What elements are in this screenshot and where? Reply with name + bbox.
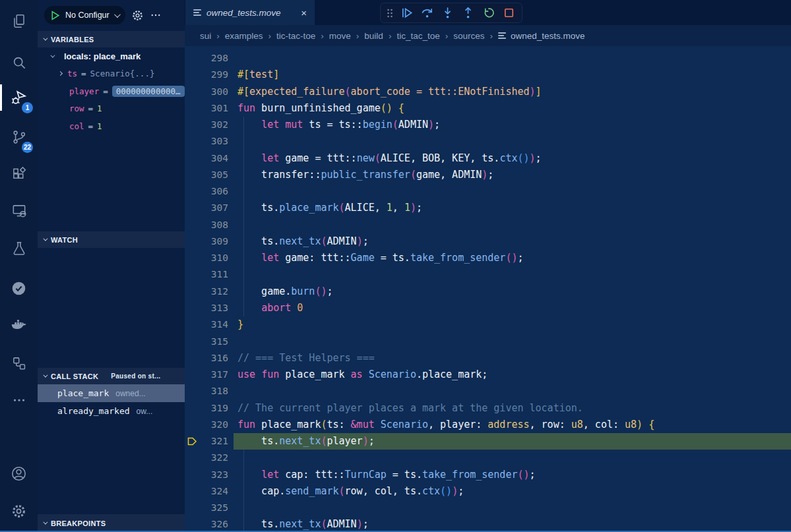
code-row-319[interactable]: 319// The current player places a mark a…: [185, 400, 791, 417]
call-stack-section-header[interactable]: CALL STACK Paused on st...: [38, 368, 185, 384]
stop-button[interactable]: [499, 3, 519, 22]
breadcrumb-item[interactable]: sui: [200, 31, 211, 41]
line-number[interactable]: 310: [185, 250, 234, 266]
line-number[interactable]: 299: [185, 67, 234, 83]
code-row-310[interactable]: 310 let game: ttt::Game = ts.take_from_s…: [185, 250, 791, 266]
variables-section-header[interactable]: VARIABLES: [38, 31, 185, 47]
breadcrumb-item[interactable]: build: [364, 31, 383, 41]
docker-icon[interactable]: [0, 308, 38, 341]
remote-explorer-icon[interactable]: [0, 194, 38, 227]
more-views-icon[interactable]: [0, 384, 38, 417]
line-number[interactable]: 309: [185, 233, 234, 250]
code-row-312[interactable]: 312 game.burn();: [185, 283, 791, 300]
line-number[interactable]: 302: [185, 117, 234, 133]
code-row-316[interactable]: 316// === Test Helpers ===: [185, 350, 791, 367]
watch-section-header[interactable]: WATCH: [38, 231, 185, 248]
line-number[interactable]: 316: [185, 350, 234, 367]
breadcrumb-item[interactable]: tic-tac-toe: [276, 31, 315, 41]
code-editor[interactable]: 298299#[test]300#[expected_failure(abort…: [185, 46, 791, 532]
line-number[interactable]: 305: [185, 167, 234, 183]
variables-scope-row[interactable]: locals: place_mark: [38, 47, 185, 65]
line-number[interactable]: 314: [185, 316, 234, 333]
code-row-304[interactable]: 304 let game = ttt::new(ALICE, BOB, KEY,…: [185, 150, 791, 167]
variable-row-ts[interactable]: ts=Scenario{...}: [38, 65, 185, 83]
code-row-302[interactable]: 302 let mut ts = ts::begin(ADMIN);: [185, 117, 791, 133]
explorer-icon[interactable]: [0, 5, 38, 38]
close-icon[interactable]: ×: [301, 8, 307, 18]
code-row-307[interactable]: 307 ts.place_mark(ALICE, 1, 1);: [185, 200, 791, 216]
line-number[interactable]: 301: [185, 100, 234, 117]
line-number[interactable]: 307: [185, 200, 234, 216]
code-row-321[interactable]: 321 ts.next_tx(player);: [185, 433, 791, 450]
variable-row-player[interactable]: player=000000000000…: [38, 82, 185, 100]
code-row-303[interactable]: 303: [185, 133, 791, 150]
search-icon[interactable]: [0, 46, 38, 79]
code-row-305[interactable]: 305 transfer::public_transfer(game, ADMI…: [185, 167, 791, 183]
line-number[interactable]: 298: [185, 50, 234, 67]
settings-gear-icon[interactable]: [0, 494, 38, 527]
source-control-icon[interactable]: 22: [0, 121, 38, 154]
code-row-317[interactable]: 317use fun place_mark as Scenario.place_…: [185, 367, 791, 383]
step-over-button[interactable]: [417, 3, 437, 22]
code-row-301[interactable]: 301fun burn_unfinished_game() {: [185, 100, 791, 117]
breadcrumb-item[interactable]: move: [329, 31, 351, 41]
code-row-322[interactable]: 322: [185, 450, 791, 466]
testing-beaker-icon[interactable]: [0, 232, 38, 265]
call-stack-frame-already_marked[interactable]: already_markedow...: [38, 402, 185, 420]
run-and-debug-icon[interactable]: 1: [0, 81, 38, 114]
code-row-308[interactable]: 308: [185, 217, 791, 233]
line-number[interactable]: 313: [185, 300, 234, 316]
breadcrumb-file[interactable]: owned_tests.move: [498, 31, 585, 41]
variable-row-row[interactable]: row=1: [38, 100, 185, 118]
code-row-324[interactable]: 324 cap.send_mark(row, col, ts.ctx());: [185, 483, 791, 500]
line-number[interactable]: 324: [185, 483, 234, 500]
line-number[interactable]: 321: [185, 433, 234, 450]
code-row-309[interactable]: 309 ts.next_tx(ADMIN);: [185, 233, 791, 250]
line-number[interactable]: 304: [185, 150, 234, 167]
sidebar-more-actions-icon[interactable]: [150, 9, 162, 21]
line-number[interactable]: 311: [185, 266, 234, 283]
code-row-311[interactable]: 311: [185, 266, 791, 283]
line-number[interactable]: 326: [185, 516, 234, 532]
line-number[interactable]: 323: [185, 467, 234, 483]
code-row-300[interactable]: 300#[expected_failure(abort_code = ttt::…: [185, 84, 791, 100]
variable-row-col[interactable]: col=1: [38, 117, 185, 135]
start-debug-icon[interactable]: [49, 10, 61, 21]
line-number[interactable]: 318: [185, 383, 234, 399]
step-into-button[interactable]: [437, 3, 458, 22]
line-number[interactable]: 303: [185, 133, 234, 150]
toolbar-drag-handle[interactable]: [383, 8, 396, 18]
code-row-314[interactable]: 314}: [185, 316, 791, 333]
code-row-323[interactable]: 323 let cap: ttt::TurnCap = ts.take_from…: [185, 467, 791, 483]
code-row-306[interactable]: 306: [185, 183, 791, 200]
line-number[interactable]: 315: [185, 334, 234, 350]
line-number[interactable]: 322: [185, 450, 234, 466]
line-number[interactable]: 325: [185, 500, 234, 516]
line-number[interactable]: 319: [185, 400, 234, 417]
code-row-298[interactable]: 298: [185, 50, 791, 67]
line-number[interactable]: 300: [185, 84, 234, 100]
continue-button[interactable]: [396, 3, 417, 22]
breadcrumb-item[interactable]: tic_tac_toe: [396, 31, 439, 41]
launch-config-dropdown[interactable]: No Configur: [44, 6, 125, 24]
code-row-326[interactable]: 326 ts.next_tx(ADMIN);: [185, 516, 791, 532]
step-out-button[interactable]: [458, 3, 478, 22]
restart-button[interactable]: [478, 3, 499, 22]
code-row-318[interactable]: 318: [185, 383, 791, 399]
code-row-320[interactable]: 320fun place_mark(ts: &mut Scenario, pla…: [185, 417, 791, 433]
code-row-325[interactable]: 325: [185, 500, 791, 516]
line-number[interactable]: 312: [185, 283, 234, 300]
account-icon[interactable]: [0, 457, 38, 490]
code-row-313[interactable]: 313 abort 0: [185, 300, 791, 316]
call-stack-frame-place_mark[interactable]: place_markowned...: [38, 384, 185, 402]
references-icon[interactable]: [0, 347, 38, 380]
checks-icon[interactable]: [0, 272, 38, 305]
line-number[interactable]: 317: [185, 367, 234, 383]
line-number[interactable]: 308: [185, 217, 234, 233]
breakpoints-section-header[interactable]: BREAKPOINTS: [38, 514, 185, 532]
line-number[interactable]: 306: [185, 183, 234, 200]
debug-settings-gear-icon[interactable]: [131, 9, 144, 22]
code-row-299[interactable]: 299#[test]: [185, 67, 791, 83]
line-number[interactable]: 320: [185, 417, 234, 433]
extensions-icon[interactable]: [0, 158, 38, 191]
